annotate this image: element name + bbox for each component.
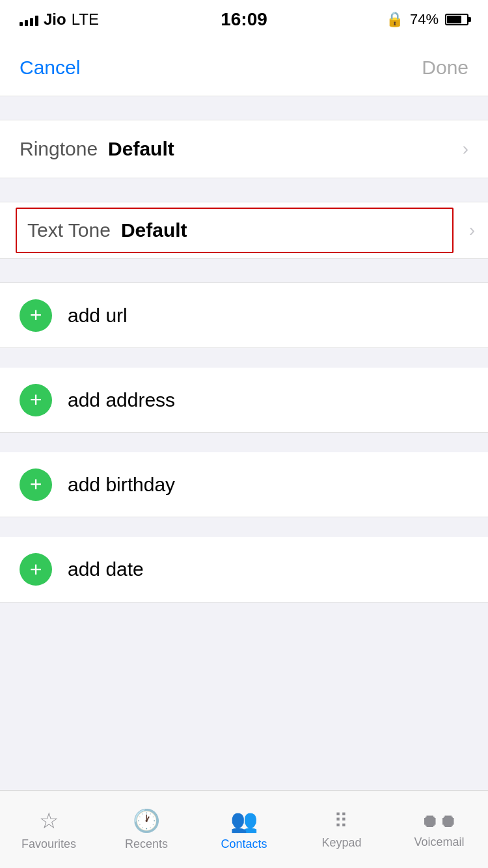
ringtone-row[interactable]: Ringtone Default ›: [0, 120, 488, 178]
ringtone-row-left: Ringtone Default: [20, 138, 174, 160]
ringtone-section: Ringtone Default ›: [0, 120, 488, 178]
keypad-icon: ⠿: [334, 809, 349, 832]
add-birthday-row[interactable]: + add birthday: [0, 452, 488, 517]
status-left: Jio LTE: [20, 10, 99, 29]
add-date-row[interactable]: + add date: [0, 537, 488, 602]
tab-recents[interactable]: 🕐 Recents: [98, 807, 195, 851]
contacts-icon: 👥: [230, 807, 258, 834]
tab-keypad[interactable]: ⠿ Keypad: [293, 809, 390, 850]
recents-label: Recents: [125, 837, 168, 851]
status-time: 16:09: [221, 9, 267, 30]
add-url-row[interactable]: + add url: [0, 283, 488, 348]
section-gap-3: [0, 259, 488, 282]
texttone-section-wrapper: Text ToneDefault›: [0, 202, 488, 259]
add-url-plus: +: [20, 299, 52, 332]
texttone-label: Text Tone: [27, 219, 111, 241]
cancel-button[interactable]: Cancel: [20, 57, 80, 79]
add-url-label: add url: [68, 305, 128, 327]
add-address-row[interactable]: + add address: [0, 368, 488, 433]
section-gap-1: [0, 96, 488, 120]
tab-contacts[interactable]: 👥 Contacts: [195, 807, 293, 851]
signal-bars: [20, 13, 38, 26]
bottom-pad: [0, 603, 488, 687]
recents-icon: 🕐: [133, 807, 160, 834]
lock-icon: 🔒: [386, 11, 403, 28]
content: Ringtone Default › Text ToneDefault› + a…: [0, 96, 488, 687]
add-date-plus: +: [20, 553, 52, 586]
add-birthday-label: add birthday: [68, 474, 175, 496]
contacts-label: Contacts: [221, 837, 267, 851]
section-gap-inner-2: [0, 433, 488, 452]
done-button: Done: [422, 57, 468, 79]
keypad-label: Keypad: [321, 836, 361, 850]
voicemail-label: Voicemail: [414, 835, 464, 849]
ringtone-label: Ringtone: [20, 138, 98, 160]
ringtone-value: Default: [108, 138, 174, 160]
ringtone-chevron: ›: [463, 139, 468, 159]
section-gap-inner-3: [0, 517, 488, 537]
favourites-icon: ☆: [39, 807, 59, 834]
battery-icon: [445, 14, 468, 25]
tab-voicemail[interactable]: ⏺⏺ Voicemail: [390, 810, 488, 849]
nav-bar: Cancel Done: [0, 39, 488, 96]
section-gap-inner-1: [0, 348, 488, 368]
voicemail-icon: ⏺⏺: [421, 810, 457, 832]
status-bar: Jio LTE 16:09 🔒 74%: [0, 0, 488, 39]
texttone-value: Default: [121, 219, 187, 241]
network-label: LTE: [72, 10, 99, 29]
add-address-label: add address: [68, 389, 175, 411]
tab-bar: ☆ Favourites 🕐 Recents 👥 Contacts ⠿ Keyp…: [0, 790, 488, 868]
add-address-plus: +: [20, 384, 52, 416]
favourites-label: Favourites: [21, 837, 76, 851]
texttone-chevron: ›: [469, 220, 488, 241]
status-right: 🔒 74%: [386, 11, 468, 28]
section-gap-2: [0, 178, 488, 202]
add-birthday-plus: +: [20, 468, 52, 501]
tab-favourites[interactable]: ☆ Favourites: [0, 807, 98, 851]
add-sections: + add url + add address + add birthday +…: [0, 282, 488, 603]
texttone-highlight-box: Text ToneDefault: [16, 208, 454, 253]
battery-percent: 74%: [410, 11, 439, 28]
carrier-label: Jio: [44, 10, 66, 29]
add-date-label: add date: [68, 558, 144, 580]
